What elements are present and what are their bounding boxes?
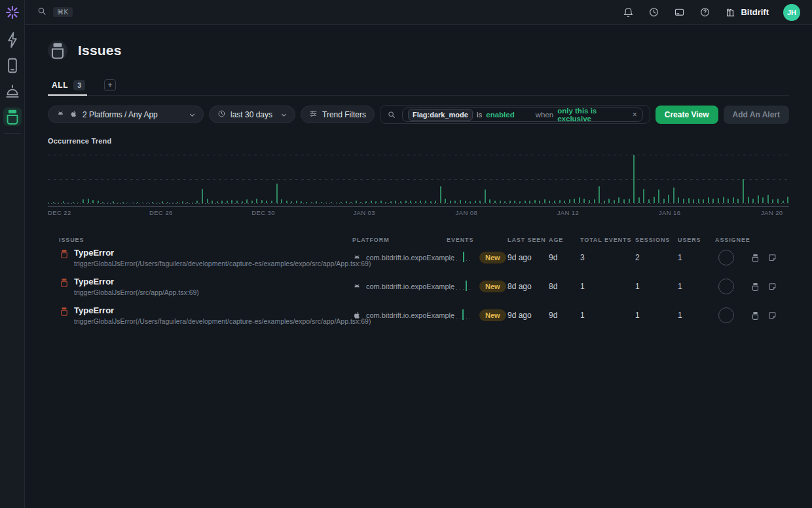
new-badge: New bbox=[479, 309, 506, 321]
sidebar-item-issues[interactable] bbox=[3, 107, 22, 126]
user-avatar[interactable]: JH bbox=[783, 4, 800, 21]
x-axis-label: JAN 20 bbox=[761, 209, 783, 216]
x-axis-label: JAN 16 bbox=[659, 209, 681, 216]
table-header: Issues Platform Events Last Seen Age Tot… bbox=[48, 237, 789, 243]
jar-icon bbox=[48, 41, 67, 60]
issue-jar-icon bbox=[59, 248, 69, 259]
help-icon[interactable] bbox=[699, 7, 710, 18]
sidebar-item-devices[interactable] bbox=[3, 56, 22, 75]
note-icon[interactable] bbox=[767, 253, 777, 263]
note-icon[interactable] bbox=[767, 282, 777, 292]
sliders-icon bbox=[309, 109, 318, 120]
trend-filters-button[interactable]: Trend Filters bbox=[301, 106, 375, 123]
age-value: 8d bbox=[549, 282, 580, 291]
history-clock-icon[interactable] bbox=[648, 7, 659, 18]
last-seen-value: 8d ago bbox=[507, 282, 549, 291]
issue-title[interactable]: TypeError bbox=[74, 277, 199, 286]
query-field: Flag:dark_mode bbox=[408, 109, 473, 121]
assignee-circle[interactable] bbox=[718, 307, 734, 323]
issue-title[interactable]: TypeError bbox=[74, 305, 352, 315]
alarm-bell-icon bbox=[3, 82, 22, 100]
last-seen-value: 9d ago bbox=[507, 311, 549, 320]
add-tab-button[interactable]: + bbox=[104, 79, 116, 91]
platform-filter-label: 2 Platforms / Any App bbox=[83, 110, 158, 119]
phone-icon bbox=[3, 56, 22, 75]
col-age: Age bbox=[549, 237, 580, 243]
android-icon bbox=[56, 109, 65, 120]
tab-all-count: 3 bbox=[73, 80, 85, 90]
remove-filter-icon[interactable]: × bbox=[633, 110, 637, 119]
col-total-events: Total Events bbox=[580, 237, 635, 243]
table-row[interactable]: TypeError triggerGlobalJsError(/Users/fa… bbox=[48, 301, 789, 330]
sidebar-divider bbox=[4, 133, 21, 134]
changelog-card-icon[interactable] bbox=[674, 7, 685, 18]
tab-all[interactable]: ALL 3 bbox=[48, 75, 87, 95]
chevron-down-icon bbox=[188, 111, 195, 118]
page-icon-circle bbox=[48, 41, 67, 60]
issue-jar-icon bbox=[59, 306, 69, 317]
platform-app: com.bitdrift.io.expoExample bbox=[366, 283, 454, 290]
table-row[interactable]: TypeError triggerGlobalJsError(/src/app/… bbox=[48, 272, 789, 301]
platform-filter[interactable]: 2 Platforms / Any App bbox=[48, 106, 204, 123]
lightning-icon bbox=[3, 31, 22, 49]
sessions-value: 1 bbox=[635, 311, 678, 320]
x-axis-label: JAN 08 bbox=[456, 209, 478, 216]
chart-plot[interactable] bbox=[48, 150, 789, 204]
date-range-filter[interactable]: last 30 days bbox=[209, 106, 295, 123]
android-icon bbox=[352, 282, 361, 291]
sidebar-item-spark[interactable] bbox=[3, 31, 22, 49]
x-axis-label: DEC 26 bbox=[149, 209, 173, 216]
total-events-value: 3 bbox=[580, 253, 635, 262]
notifications-bell-icon[interactable] bbox=[623, 7, 634, 18]
note-icon[interactable] bbox=[767, 311, 777, 321]
x-axis-label: JAN 03 bbox=[353, 209, 375, 216]
col-actions bbox=[747, 237, 789, 243]
archive-jar-icon[interactable] bbox=[750, 253, 760, 263]
bitdrift-logo-icon[interactable] bbox=[5, 5, 20, 20]
archive-jar-icon[interactable] bbox=[750, 282, 760, 292]
sidebar bbox=[0, 0, 25, 508]
query-when-label: when bbox=[536, 111, 554, 119]
x-axis-line bbox=[48, 206, 789, 207]
col-last-seen: Last Seen bbox=[507, 237, 549, 243]
search-icon bbox=[387, 110, 396, 119]
issue-search-input[interactable]: Flag:dark_mode is enabled when only this… bbox=[380, 105, 650, 124]
org-switcher[interactable]: Bitdrift bbox=[725, 7, 769, 18]
chart-title: Occurrence Trend bbox=[48, 137, 789, 145]
apple-icon bbox=[69, 109, 78, 120]
assignee-circle[interactable] bbox=[718, 279, 734, 294]
brand-label: Bitdrift bbox=[741, 7, 769, 17]
tab-bar: ALL 3 + bbox=[48, 75, 789, 96]
last-seen-value: 9d ago bbox=[507, 253, 549, 262]
create-view-button[interactable]: Create View bbox=[655, 106, 718, 124]
users-value: 1 bbox=[678, 253, 715, 262]
android-icon bbox=[352, 253, 361, 262]
sessions-value: 1 bbox=[635, 282, 678, 291]
assignee-circle[interactable] bbox=[718, 250, 734, 265]
issue-title[interactable]: TypeError bbox=[74, 248, 352, 258]
total-events-value: 1 bbox=[580, 311, 635, 320]
issue-subtitle: triggerGlobalJsError(/Users/faguilera/de… bbox=[74, 260, 352, 267]
global-search[interactable]: ⌘K bbox=[37, 6, 73, 19]
age-value: 9d bbox=[549, 311, 580, 320]
sidebar-item-alerts[interactable] bbox=[3, 82, 22, 100]
x-axis-labels: DEC 22DEC 26DEC 30JAN 03JAN 08JAN 12JAN … bbox=[48, 209, 789, 220]
query-when-value: only this is exclusive bbox=[557, 107, 626, 123]
x-axis-label: DEC 22 bbox=[48, 209, 71, 216]
chevron-down-icon bbox=[280, 111, 287, 118]
x-axis-label: DEC 30 bbox=[251, 209, 275, 216]
building-icon bbox=[725, 7, 736, 18]
page-title: Issues bbox=[78, 43, 122, 58]
table-row[interactable]: TypeError triggerGlobalJsError(/Users/fa… bbox=[48, 243, 789, 272]
add-alert-button[interactable]: Add An Alert bbox=[724, 106, 789, 124]
col-events: Events bbox=[447, 237, 507, 243]
trend-filters-label: Trend Filters bbox=[322, 110, 366, 119]
query-chip[interactable]: Flag:dark_mode is enabled when only this… bbox=[402, 107, 643, 122]
query-value: enabled bbox=[486, 111, 514, 119]
query-operator: is bbox=[477, 111, 482, 119]
apple-icon bbox=[352, 311, 361, 320]
platform-app: com.bitdrift.io.expoExample bbox=[366, 311, 454, 319]
col-users: Users bbox=[678, 237, 715, 243]
archive-jar-icon[interactable] bbox=[750, 311, 760, 321]
chart-baseline bbox=[48, 203, 789, 204]
